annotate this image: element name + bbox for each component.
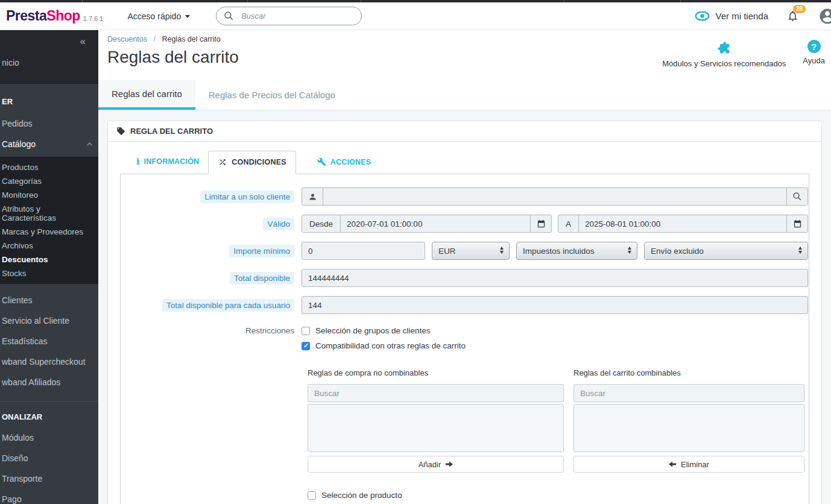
puzzle-icon	[716, 40, 732, 56]
tab-cart-rules[interactable]: Reglas del carrito	[98, 80, 195, 110]
info-icon: i	[136, 157, 140, 166]
sidebar-item-modules[interactable]: Módulos	[0, 427, 98, 448]
select-arrows-icon	[628, 247, 631, 254]
sidebar-home-block: « nicio	[0, 30, 98, 84]
sidebar-item-orders[interactable]: Pedidos	[0, 113, 98, 134]
date-from-prefix: Desde	[302, 215, 341, 233]
restrictions-label: Restricciones	[245, 325, 294, 335]
divider	[0, 401, 98, 402]
recommended-modules-button[interactable]: Módulos y Servicios recomendados	[662, 40, 786, 68]
valid-label[interactable]: Válido	[263, 218, 294, 230]
sidebar-item-home[interactable]: nicio	[2, 58, 19, 68]
customer-search-input[interactable]	[323, 187, 787, 206]
calendar-icon[interactable]	[530, 215, 552, 233]
currency-select[interactable]: EUR	[432, 242, 510, 260]
customer-groups-checkbox[interactable]	[302, 327, 310, 335]
min-amount-label[interactable]: Importe mínimo	[229, 245, 294, 257]
view-shop-link[interactable]: Ver mi tienda	[695, 11, 768, 21]
sidebar-item-customers[interactable]: Clientes	[0, 290, 98, 310]
search-input[interactable]	[240, 11, 337, 21]
customer-search-button[interactable]	[786, 187, 808, 206]
min-amount-input[interactable]	[302, 242, 425, 260]
chevron-down-icon	[185, 15, 190, 18]
sidebar-item-attributes[interactable]: Atributos y Características	[0, 202, 98, 225]
person-icon	[302, 187, 323, 206]
sidebar-item-brands[interactable]: Marcas y Proveedores	[0, 225, 98, 239]
search-icon	[224, 11, 234, 21]
combinable-search-input[interactable]	[573, 384, 804, 402]
sidebar-item-discounts[interactable]: Descuentos	[0, 253, 98, 266]
shipping-select[interactable]: Envío excluido	[644, 242, 808, 260]
sidebar-item-customer-service[interactable]: Servicio al Cliente	[0, 310, 98, 331]
combinable-rules-column: Reglas del carrito combinables Eliminar	[573, 368, 804, 473]
main-content: Descuentos / Reglas del carrito Reglas d…	[98, 30, 831, 504]
help-icon: ?	[807, 40, 821, 53]
sidebar-catalog-submenu: Productos Categorías Monitoreo Atributos…	[0, 157, 98, 284]
sidebar-collapse-button[interactable]: «	[80, 36, 86, 48]
subtab-conditions[interactable]: CONDICIONES	[208, 151, 295, 174]
tab-catalog-price-rules[interactable]: Reglas de Precios del Catálogo	[195, 80, 349, 110]
help-button[interactable]: ? Ayuda	[803, 40, 825, 65]
sidebar-item-affiliates[interactable]: wband Afiliados	[0, 372, 98, 392]
sidebar-item-files[interactable]: Archivos	[0, 239, 98, 253]
add-rule-button[interactable]: Añadir	[308, 456, 564, 473]
panel-title: REGLA DEL CARRITO	[130, 127, 213, 136]
sidebar-nav: « nicio ER Pedidos Catálogo Productos Ca…	[0, 30, 98, 504]
combinable-rules-list[interactable]	[573, 404, 804, 452]
remove-rule-button[interactable]: Eliminar	[573, 456, 804, 473]
page-header: Descuentos / Reglas del carrito Reglas d…	[98, 30, 831, 80]
shuffle-icon	[218, 158, 227, 166]
total-per-user-input[interactable]	[302, 296, 808, 314]
prestashop-logo[interactable]: PrestaShop	[6, 8, 80, 24]
main-tabs: Reglas del carrito Reglas de Precios del…	[98, 80, 831, 110]
eye-icon	[695, 11, 710, 21]
breadcrumb-parent[interactable]: Descuentos	[107, 35, 147, 43]
admin-header: PrestaShop 1.7.6.1 Acceso rápido Ver mi …	[0, 2, 831, 30]
uncombinable-search-input[interactable]	[308, 384, 564, 402]
account-menu-button[interactable]	[818, 7, 831, 25]
sidebar-item-payment[interactable]: Pago	[0, 489, 98, 504]
quick-access-menu[interactable]: Acceso rápido	[127, 11, 190, 21]
sidebar-item-supercheckout[interactable]: wband Supercheckout	[0, 351, 98, 372]
product-selection-checkbox[interactable]	[308, 491, 316, 500]
select-arrows-icon	[798, 247, 802, 254]
conditions-form: Limitar a un solo cliente	[120, 174, 809, 504]
sidebar-item-products[interactable]: Productos	[0, 160, 98, 174]
sidebar-item-categories[interactable]: Categorías	[0, 174, 98, 188]
total-available-input[interactable]	[302, 269, 808, 287]
breadcrumb-current: Reglas del carrito	[162, 35, 220, 43]
date-to-input[interactable]	[578, 215, 787, 233]
chevron-up-icon	[86, 142, 93, 146]
date-from-input[interactable]	[340, 215, 531, 233]
compatibility-checkbox[interactable]	[302, 342, 310, 350]
sidebar-item-shipping[interactable]: Transporte	[0, 468, 98, 489]
sidebar-section-sell: ER	[0, 97, 98, 106]
sidebar-item-stocks[interactable]: Stocks	[0, 266, 98, 280]
subtab-actions[interactable]: ACCIONES	[308, 151, 381, 174]
total-per-user-label[interactable]: Total disponible para cada usuario	[162, 299, 294, 312]
sidebar-item-stats[interactable]: Estadísticas	[0, 331, 98, 351]
arrow-right-icon	[446, 461, 453, 468]
notification-count-badge: 28	[793, 5, 806, 13]
form-subtabs: i INFORMACIÓN CONDICIONES A	[120, 150, 809, 174]
divider	[0, 84, 98, 85]
notifications-button[interactable]: 28	[786, 10, 799, 22]
arrow-left-icon	[669, 461, 676, 468]
date-to-prefix: A	[558, 215, 579, 233]
tag-icon	[116, 127, 125, 136]
cart-rule-panel: REGLA DEL CARRITO i INFORMACIÓN CONDICIO…	[107, 121, 822, 504]
calendar-icon[interactable]	[786, 215, 808, 233]
uncombinable-rules-column: Reglas de compra no combinables Añadir	[308, 368, 564, 473]
sidebar-item-design[interactable]: Diseño	[0, 448, 98, 468]
customer-limit-label[interactable]: Limitar a un solo cliente	[200, 191, 294, 203]
subtab-information[interactable]: i INFORMACIÓN	[127, 150, 208, 174]
version-label: 1.7.6.1	[83, 15, 104, 22]
uncombinable-rules-list[interactable]	[308, 404, 564, 452]
sidebar-item-catalog[interactable]: Catálogo	[0, 134, 98, 154]
select-arrows-icon	[500, 247, 504, 254]
total-available-label[interactable]: Total disponible	[230, 272, 294, 285]
avatar-icon	[818, 7, 831, 25]
sidebar-item-monitoring[interactable]: Monitoreo	[0, 188, 98, 202]
tax-select[interactable]: Impuestos incluidos	[516, 242, 637, 260]
global-search[interactable]	[216, 7, 362, 25]
